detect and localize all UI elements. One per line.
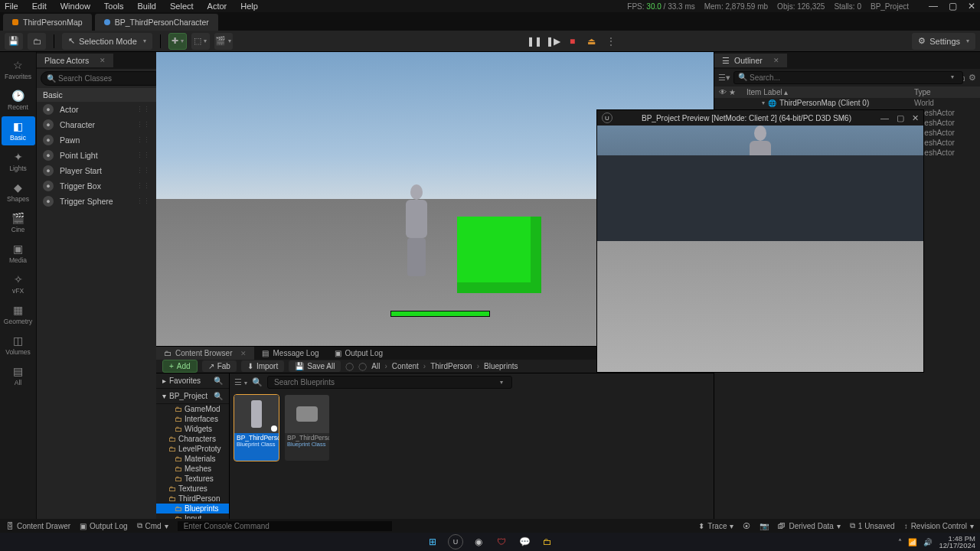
cb-tree-item[interactable]: 🗀Interfaces: [156, 414, 229, 424]
window-close-icon[interactable]: ✕: [912, 113, 919, 123]
chevron-down-icon[interactable]: ▾: [500, 379, 503, 386]
menu-actor[interactable]: Actor: [207, 2, 227, 11]
console-command-input[interactable]: [178, 521, 392, 531]
selection-mode-dropdown[interactable]: ↖Selection Mode▾: [62, 33, 152, 50]
place-actors-search[interactable]: [41, 71, 162, 86]
taskbar-app1[interactable]: 🛡: [494, 534, 509, 549]
breadcrumb[interactable]: Blueprints: [484, 362, 518, 370]
taskbar-unreal[interactable]: U: [448, 534, 463, 549]
close-icon[interactable]: ✕: [100, 57, 106, 64]
window-maximize-icon[interactable]: ▢: [949, 1, 957, 11]
cb-tree-item[interactable]: 🗀ThirdPerson: [156, 494, 229, 504]
revision-control-button[interactable]: ↕ Revision Control ▾: [904, 522, 974, 530]
close-icon[interactable]: ✕: [773, 57, 779, 64]
breadcrumb[interactable]: All: [371, 362, 380, 370]
rail-media[interactable]: ▣Media: [2, 239, 35, 268]
cb-tree-item[interactable]: 🗀LevelPrototy: [156, 444, 229, 454]
eject-button[interactable]: ⏏: [583, 33, 600, 50]
settings-icon[interactable]: ⚙: [969, 73, 976, 83]
add-content-button[interactable]: ✚▾: [168, 33, 187, 50]
taskbar-explorer[interactable]: 🗀: [540, 534, 555, 549]
taskbar-discord[interactable]: 💬: [517, 534, 532, 549]
unsaved-button[interactable]: ⧉ 1 Unsaved: [850, 521, 895, 530]
tab-content-browser[interactable]: 🗀Content Browser✕: [156, 347, 254, 360]
output-log-button[interactable]: ▣Output Log: [80, 522, 127, 530]
outliner-root[interactable]: ▾🌐ThirdPersonMap (Client 0) World: [714, 98, 980, 108]
cb-favorites[interactable]: ▸ Favorites 🔍: [156, 373, 229, 389]
window-maximize-icon[interactable]: ▢: [897, 113, 904, 123]
window-minimize-icon[interactable]: —: [929, 1, 938, 11]
actor-item[interactable]: ●Character⋮⋮: [37, 117, 156, 132]
menu-file[interactable]: File: [5, 2, 18, 11]
rail-vfx[interactable]: ✧vFX: [2, 269, 35, 298]
close-icon[interactable]: ✕: [240, 350, 247, 357]
asset-tile[interactable]: BP_ThirdPersonGa...Blueprint Class: [285, 395, 329, 461]
wifi-icon[interactable]: 📶: [908, 538, 917, 546]
browse-button[interactable]: 🗀: [28, 33, 46, 50]
filter-icon[interactable]: ☰▾: [718, 73, 730, 83]
play-options-button[interactable]: ⋮: [603, 33, 619, 50]
cmd-label[interactable]: ⧉Cmd ▾: [137, 521, 168, 530]
rail-volumes[interactable]: ◫Volumes: [2, 331, 35, 360]
cb-tree-item[interactable]: 🗀GameMod: [156, 404, 229, 414]
cb-import-button[interactable]: ⬇ Import: [241, 360, 284, 372]
tab-map[interactable]: ThirdPersonMap: [3, 14, 92, 31]
start-button[interactable]: ⊞: [425, 534, 440, 549]
rail-lights[interactable]: ✦Lights: [2, 147, 35, 176]
rail-basic[interactable]: ◧Basic: [2, 116, 35, 145]
history-back-icon[interactable]: ◯: [345, 362, 354, 370]
camera-button[interactable]: 📷: [760, 522, 769, 530]
preview-viewport[interactable]: [597, 126, 923, 372]
cb-tree-item[interactable]: 🗀Characters: [156, 434, 229, 444]
actor-item[interactable]: ●Trigger Box⋮⋮: [37, 178, 156, 194]
trace-button[interactable]: ⬍ Trace ▾: [698, 522, 733, 530]
cb-tree-item[interactable]: 🗀Widgets: [156, 424, 229, 434]
cb-tree-item[interactable]: 🗀Textures: [156, 474, 229, 484]
cb-tree-item[interactable]: 🗀Materials: [156, 454, 229, 464]
window-close-icon[interactable]: ✕: [968, 1, 975, 11]
rail-recent[interactable]: 🕑Recent: [2, 86, 35, 115]
asset-tile[interactable]: BP_ThirdPerson...Blueprint Class: [234, 395, 279, 461]
cb-tree-item[interactable]: 🗀Blueprints: [156, 504, 229, 514]
stop-button[interactable]: ■: [564, 33, 581, 50]
place-actors-tab[interactable]: Place Actors✕: [37, 54, 113, 67]
menu-help[interactable]: Help: [240, 2, 258, 11]
cb-fab-button[interactable]: ↗ Fab: [202, 360, 237, 372]
menu-window[interactable]: Window: [60, 2, 90, 11]
menu-select[interactable]: Select: [170, 2, 194, 11]
breadcrumb[interactable]: Content: [392, 362, 419, 370]
actor-item[interactable]: ●Actor⋮⋮: [37, 102, 156, 117]
actor-item[interactable]: ●Pawn⋮⋮: [37, 132, 156, 148]
save-button[interactable]: 💾: [5, 33, 23, 50]
tab-output-log[interactable]: ▣Output Log: [327, 347, 390, 360]
taskbar-obs[interactable]: ◉: [471, 534, 486, 549]
menu-tools[interactable]: Tools: [104, 2, 124, 11]
rail-shapes[interactable]: ◆Shapes: [2, 178, 35, 207]
actor-item[interactable]: ●Trigger Sphere⋮⋮: [37, 194, 156, 209]
cb-tree-item[interactable]: 🗀Textures: [156, 484, 229, 494]
rail-favorites[interactable]: ☆Favorites: [2, 55, 35, 84]
tab-message-log[interactable]: ▤Message Log: [254, 347, 326, 360]
system-tray[interactable]: ˄ 📶 🔊 1:48 PM12/17/2024: [898, 535, 975, 549]
outliner-tab[interactable]: ☰ Outliner✕: [714, 54, 787, 67]
eye-icon[interactable]: 👁: [719, 88, 727, 96]
rail-all[interactable]: ▤All: [2, 361, 35, 390]
volume-icon[interactable]: 🔊: [923, 538, 933, 546]
actor-item[interactable]: ●Point Light⋮⋮: [37, 148, 156, 163]
cb-add-button[interactable]: + Add: [162, 360, 198, 373]
breadcrumb[interactable]: ThirdPerson: [430, 362, 472, 370]
search-icon[interactable]: 🔍: [214, 392, 223, 400]
outliner-search[interactable]: [733, 71, 963, 84]
preview-titlebar[interactable]: U BP_Project Preview [NetMode: Client 2]…: [597, 110, 923, 126]
preview-window[interactable]: U BP_Project Preview [NetMode: Client 2]…: [596, 109, 924, 373]
cb-tree-item[interactable]: 🗀Meshes: [156, 464, 229, 474]
content-drawer-button[interactable]: 🗄Content Drawer: [6, 522, 70, 530]
filter-icon[interactable]: ☰▾: [234, 377, 247, 387]
cb-search-input[interactable]: [267, 376, 512, 389]
chevron-up-icon[interactable]: ˄: [898, 538, 902, 546]
rail-geometry[interactable]: ▦Geometry: [2, 300, 35, 329]
actor-item[interactable]: ●Player Start⋮⋮: [37, 163, 156, 178]
cb-project-root[interactable]: ▾ BP_Project 🔍: [156, 389, 229, 404]
pause-button[interactable]: ❚❚: [526, 33, 543, 50]
search-icon[interactable]: 🔍: [214, 377, 223, 385]
